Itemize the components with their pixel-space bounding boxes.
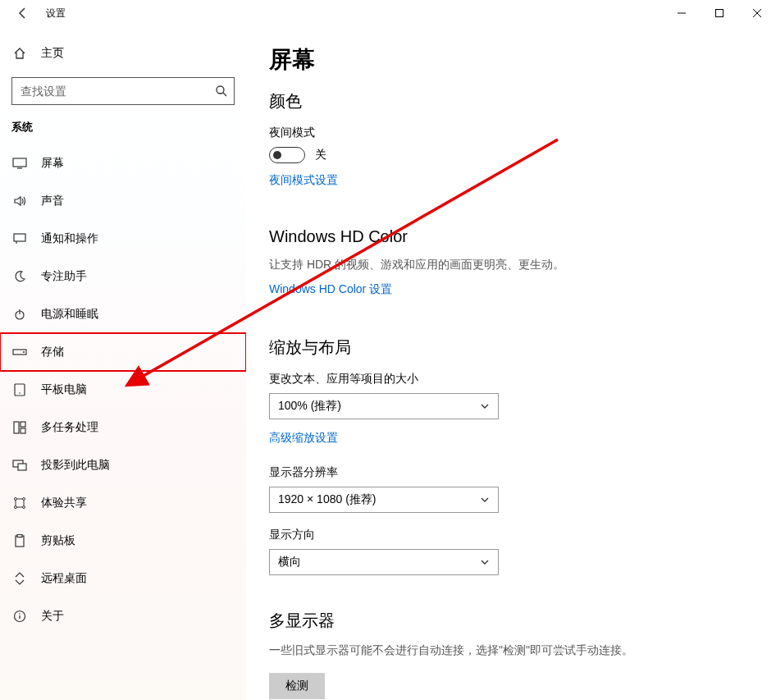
sidebar-item-label: 专注助手 bbox=[41, 269, 87, 284]
sidebar-item-power[interactable]: 电源和睡眠 bbox=[0, 295, 246, 333]
hd-description: 让支持 HDR 的视频、游戏和应用的画面更明亮、更生动。 bbox=[269, 258, 753, 272]
svg-point-6 bbox=[23, 351, 25, 353]
svg-rect-3 bbox=[14, 234, 25, 241]
svg-point-17 bbox=[23, 506, 25, 509]
sidebar-item-label: 声音 bbox=[41, 194, 64, 208]
chevron-down-icon bbox=[480, 557, 490, 567]
drive-icon bbox=[11, 347, 28, 357]
multi-heading: 多显示器 bbox=[269, 610, 753, 632]
scale-label: 更改文本、应用等项目的大小 bbox=[269, 372, 753, 387]
orientation-value: 横向 bbox=[278, 555, 301, 570]
night-mode-toggle[interactable] bbox=[269, 147, 305, 163]
moon-icon bbox=[11, 270, 28, 283]
svg-rect-0 bbox=[716, 10, 724, 17]
minimize-icon bbox=[678, 9, 686, 17]
detect-button[interactable]: 检测 bbox=[269, 673, 325, 699]
content-pane: 屏幕 颜色 夜间模式 关 夜间模式设置 Windows HD Color 让支持… bbox=[246, 26, 776, 700]
chevron-down-icon bbox=[480, 401, 490, 411]
home-button[interactable]: 主页 bbox=[0, 39, 246, 67]
toggle-state-label: 关 bbox=[315, 148, 326, 162]
advanced-scale-link[interactable]: 高级缩放设置 bbox=[269, 431, 338, 446]
info-icon bbox=[11, 610, 28, 623]
remote-icon bbox=[11, 572, 28, 585]
chevron-down-icon bbox=[480, 495, 490, 505]
project-icon bbox=[11, 459, 28, 472]
hd-heading: Windows HD Color bbox=[269, 227, 753, 246]
search-container bbox=[11, 77, 235, 105]
arrow-left-icon bbox=[16, 7, 30, 20]
window-controls bbox=[663, 0, 776, 26]
title-bar: 设置 bbox=[0, 0, 776, 26]
sidebar-item-project[interactable]: 投影到此电脑 bbox=[0, 446, 246, 484]
monitor-icon bbox=[11, 157, 28, 170]
close-button[interactable] bbox=[738, 0, 776, 26]
clipboard-icon bbox=[11, 534, 28, 547]
svg-rect-7 bbox=[15, 384, 25, 396]
page-title: 屏幕 bbox=[269, 44, 753, 75]
minimize-button[interactable] bbox=[663, 0, 701, 26]
sidebar-item-label: 电源和睡眠 bbox=[41, 307, 98, 322]
speaker-icon bbox=[11, 194, 28, 208]
sidebar-item-about[interactable]: 关于 bbox=[0, 597, 246, 635]
search-input[interactable] bbox=[11, 77, 235, 105]
resolution-value: 1920 × 1080 (推荐) bbox=[278, 492, 376, 507]
sidebar-item-label: 存储 bbox=[41, 345, 64, 359]
sidebar-item-storage[interactable]: 存储 bbox=[0, 333, 246, 371]
svg-point-21 bbox=[19, 613, 21, 615]
sidebar-item-share[interactable]: 体验共享 bbox=[0, 484, 246, 522]
sidebar-item-label: 投影到此电脑 bbox=[41, 458, 110, 473]
sidebar-item-tablet[interactable]: 平板电脑 bbox=[0, 371, 246, 409]
window-title: 设置 bbox=[46, 7, 66, 21]
svg-rect-9 bbox=[14, 422, 19, 433]
resolution-dropdown[interactable]: 1920 × 1080 (推荐) bbox=[269, 487, 499, 513]
sidebar-item-label: 远程桌面 bbox=[41, 571, 87, 586]
sidebar-item-display[interactable]: 屏幕 bbox=[0, 144, 246, 182]
home-label: 主页 bbox=[41, 46, 64, 61]
back-button[interactable] bbox=[11, 2, 34, 25]
maximize-icon bbox=[715, 9, 724, 17]
sidebar-item-label: 平板电脑 bbox=[41, 382, 87, 397]
sidebar-item-label: 体验共享 bbox=[41, 496, 87, 510]
nav-list: 屏幕 声音 通知和操作 专注助手 电源和睡眠 存储 bbox=[0, 144, 246, 635]
maximize-button[interactable] bbox=[701, 0, 738, 26]
sidebar-item-label: 剪贴板 bbox=[41, 533, 75, 548]
message-icon bbox=[11, 232, 28, 245]
color-heading: 颜色 bbox=[269, 90, 753, 112]
orientation-label: 显示方向 bbox=[269, 528, 753, 542]
category-label: 系统 bbox=[0, 120, 246, 135]
hd-settings-link[interactable]: Windows HD Color 设置 bbox=[269, 282, 392, 297]
scale-value: 100% (推荐) bbox=[278, 399, 341, 414]
sidebar-item-label: 多任务处理 bbox=[41, 420, 98, 435]
svg-rect-11 bbox=[21, 428, 25, 433]
sidebar-item-focus[interactable]: 专注助手 bbox=[0, 258, 246, 295]
multi-description: 一些旧式显示器可能不会进行自动连接，选择"检测"即可尝试手动连接。 bbox=[269, 643, 753, 658]
night-mode-label: 夜间模式 bbox=[269, 126, 753, 140]
scale-dropdown[interactable]: 100% (推荐) bbox=[269, 393, 499, 419]
sidebar-item-label: 屏幕 bbox=[41, 156, 64, 171]
sidebar: 主页 系统 屏幕 声音 通知和操作 专注助手 bbox=[0, 26, 246, 700]
night-mode-toggle-row: 关 bbox=[269, 147, 753, 163]
night-mode-settings-link[interactable]: 夜间模式设置 bbox=[269, 173, 338, 188]
sidebar-item-label: 关于 bbox=[41, 609, 64, 624]
svg-rect-10 bbox=[21, 422, 25, 427]
scale-heading: 缩放与布局 bbox=[269, 336, 753, 359]
multitask-icon bbox=[11, 421, 28, 434]
sidebar-item-clipboard[interactable]: 剪贴板 bbox=[0, 522, 246, 560]
resolution-label: 显示器分辨率 bbox=[269, 465, 753, 480]
svg-rect-13 bbox=[18, 464, 26, 470]
sidebar-item-sound[interactable]: 声音 bbox=[0, 182, 246, 220]
svg-point-14 bbox=[15, 498, 17, 501]
tablet-icon bbox=[11, 383, 28, 396]
svg-rect-19 bbox=[17, 535, 22, 538]
sidebar-item-multitask[interactable]: 多任务处理 bbox=[0, 409, 246, 446]
sidebar-item-remote[interactable]: 远程桌面 bbox=[0, 560, 246, 597]
sidebar-item-notifications[interactable]: 通知和操作 bbox=[0, 220, 246, 258]
share-icon bbox=[11, 496, 28, 510]
sidebar-item-label: 通知和操作 bbox=[41, 231, 98, 246]
orientation-dropdown[interactable]: 横向 bbox=[269, 549, 499, 575]
power-icon bbox=[11, 308, 28, 321]
svg-point-15 bbox=[23, 498, 25, 501]
home-icon bbox=[11, 47, 28, 60]
svg-point-16 bbox=[15, 506, 17, 509]
svg-point-8 bbox=[19, 392, 21, 394]
